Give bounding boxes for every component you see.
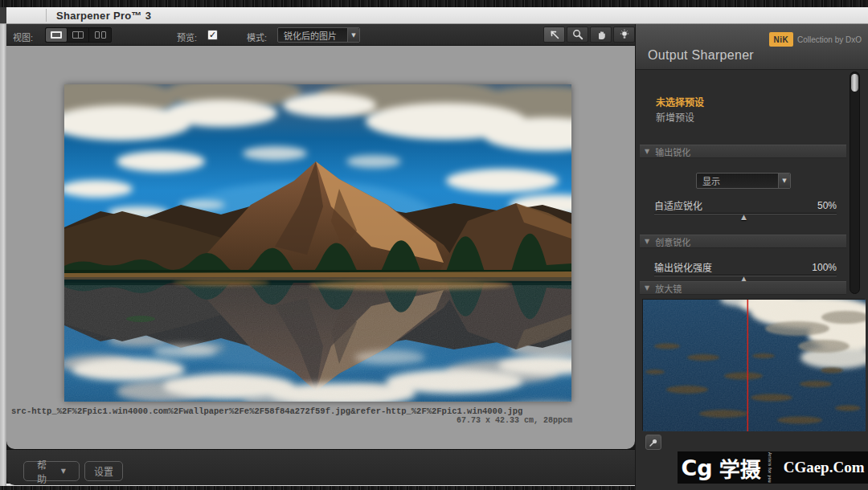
help-button[interactable]: 帮助 ▼	[23, 461, 80, 481]
display-dropdown[interactable]: 显示 ▼	[696, 173, 791, 189]
settings-button-label: 设置	[94, 464, 113, 478]
window-frame-left	[0, 7, 6, 486]
title-bar-corner	[0, 7, 6, 23]
title-bar[interactable]: Sharpener Pro™ 3	[0, 7, 868, 24]
checkmark-icon: ✓	[209, 31, 216, 39]
section-output-title: 输出锐化	[655, 145, 690, 158]
footer-bar: 帮助 ▼ 设置	[6, 449, 635, 485]
loupe-pin-button[interactable]	[645, 435, 661, 450]
adaptive-sharpening-value: 50%	[817, 200, 837, 211]
window-title: Sharpener Pro™ 3	[56, 10, 151, 22]
watermark-tagline: Artists for you	[768, 452, 772, 483]
select-tool-button[interactable]	[543, 27, 565, 43]
loupe-split-line	[747, 300, 749, 431]
image-canvas[interactable]: src-http_%2F%2Fpic1.win4000.com%2Fwallpa…	[6, 46, 635, 449]
panel-scrollbar[interactable]	[850, 71, 860, 294]
pushpin-icon	[649, 438, 658, 447]
watermark-cg-logo: Ϲg	[682, 455, 713, 480]
side-by-side-view-icon	[95, 31, 106, 39]
app-window: Sharpener Pro™ 3 视图: 预览: ✓ 模式: 锐化后的图片 ▼	[0, 0, 868, 490]
magnifier-icon	[571, 28, 584, 41]
section-creative-title: 创意锐化	[655, 235, 690, 248]
output-strength-row: 输出锐化强度 100%	[654, 260, 837, 274]
lightbulb-icon	[618, 28, 631, 41]
photo-preview	[64, 84, 571, 402]
help-button-label: 帮助	[37, 458, 56, 485]
hand-icon	[595, 28, 608, 41]
help-dropdown-icon: ▼	[61, 468, 66, 475]
chevron-down-icon: ▼	[782, 178, 786, 184]
landscape-photo	[64, 84, 571, 402]
settings-button[interactable]: 设置	[84, 461, 123, 481]
mode-dropdown-value: 锐化后的图片	[278, 29, 347, 42]
loupe-preview	[642, 299, 865, 431]
panel-scrollbar-thumb[interactable]	[851, 74, 858, 92]
view-split-button[interactable]	[68, 28, 89, 42]
watermark-name: 学摄	[719, 453, 761, 483]
watermark: Ϲg 学摄 Artists for you CGaep.Com	[678, 451, 868, 484]
view-mode-group	[45, 27, 112, 43]
panel-header: NiK Collection by DxO Output Sharpener	[636, 24, 868, 70]
add-preset-link[interactable]: 新增预设	[656, 110, 694, 124]
section-creative-sharpening[interactable]: ▼ 创意锐化	[640, 235, 846, 248]
nik-logo-icon: NiK	[769, 32, 793, 47]
zoom-tool-button[interactable]	[567, 27, 588, 43]
adaptive-sharpening-row: 自适应锐化 50%	[654, 198, 837, 212]
chevron-down-icon: ▼	[351, 32, 355, 39]
canvas-tools-group	[543, 27, 635, 43]
watermark-site: CGaep.Com	[784, 459, 865, 476]
split-view-icon	[72, 31, 84, 39]
hand-tool-button[interactable]	[590, 27, 612, 43]
brand-badge: NiK Collection by DxO	[769, 32, 862, 47]
preset-status: 未选择预设	[656, 95, 704, 108]
brand-text: Collection by DxO	[797, 35, 862, 44]
mode-dropdown[interactable]: 锐化后的图片 ▼	[277, 27, 360, 43]
output-strength-label: 输出锐化强度	[654, 260, 712, 274]
background-light-tool-button[interactable]	[613, 27, 635, 43]
single-view-icon	[51, 31, 62, 39]
output-strength-value: 100%	[812, 262, 837, 273]
section-loupe-title: 放大镜	[655, 282, 682, 295]
collapse-arrow-icon: ▼	[645, 238, 649, 245]
title-bar-separator	[46, 9, 47, 22]
view-sidebyside-button[interactable]	[89, 28, 111, 42]
right-panel: NiK Collection by DxO Output Sharpener 未…	[635, 24, 868, 490]
toolbar: 视图: 预览: ✓ 模式: 锐化后的图片 ▼	[6, 24, 635, 46]
loupe-image	[643, 300, 866, 431]
mode-dropdown-button[interactable]: ▼	[347, 28, 359, 42]
mode-label: 模式:	[247, 31, 267, 43]
image-dimensions: 67.73 x 42.33 cm, 28ppcm	[328, 416, 572, 425]
collapse-arrow-icon: ▼	[645, 284, 649, 292]
adaptive-sharpening-label: 自适应锐化	[654, 198, 702, 212]
section-output-sharpening[interactable]: ▼ 输出锐化	[640, 145, 846, 158]
cursor-arrow-icon	[548, 28, 561, 41]
preview-label: 预览:	[177, 31, 197, 43]
view-label: 视图:	[13, 31, 33, 43]
display-dropdown-value: 显示	[697, 174, 778, 187]
view-single-button[interactable]	[46, 28, 68, 42]
image-source-path: src-http_%2F%2Fpic1.win4000.com%2Fwallpa…	[11, 406, 574, 416]
panel-title: Output Sharpener	[648, 48, 754, 63]
display-dropdown-button[interactable]: ▼	[778, 174, 790, 188]
collapse-arrow-icon: ▼	[645, 148, 649, 155]
adaptive-slider-handle[interactable]: ▲	[741, 214, 747, 221]
preview-checkbox[interactable]: ✓	[207, 30, 218, 40]
top-edge-artifact	[0, 0, 868, 7]
section-loupe[interactable]: ▼ 放大镜	[640, 281, 846, 295]
